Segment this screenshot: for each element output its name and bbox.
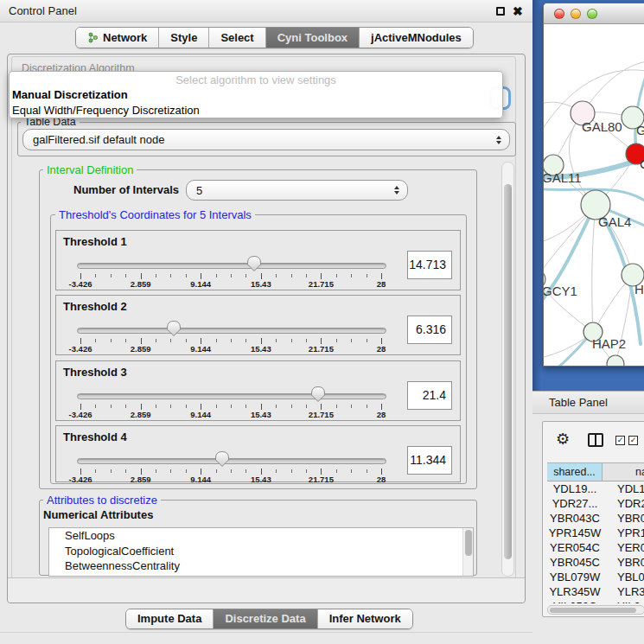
attribute-item-selfloops[interactable]: SelfLoops	[49, 528, 473, 544]
table-panel-body: ⚙ ✓ ✓ shared... na YDL19...YDL1YDR27...Y…	[532, 414, 644, 644]
tick-mark	[381, 273, 382, 279]
slider-track[interactable]	[77, 263, 386, 269]
cell-name[interactable]: YPR1	[603, 526, 644, 540]
slider-track[interactable]	[77, 458, 386, 464]
table-row[interactable]: YDL19...YDL1	[547, 481, 644, 496]
table-row[interactable]: YIL052CYIL0	[547, 599, 644, 603]
table-panel-titlebar: Table Panel	[532, 391, 644, 414]
tick-mark	[276, 469, 277, 473]
select-columns-icon[interactable]: ✓	[615, 436, 625, 445]
tab-select[interactable]: Select	[209, 28, 265, 48]
slider-thumb[interactable]	[246, 255, 262, 272]
tick-mark	[201, 273, 201, 279]
table-row[interactable]: YPR145WYPR1	[547, 526, 644, 540]
settings-gear-icon[interactable]: ⚙	[556, 431, 570, 447]
cell-name[interactable]: YBR0	[603, 511, 644, 526]
slider-thumb[interactable]	[166, 320, 182, 337]
cell-shared-name[interactable]: YPR145W	[547, 526, 603, 540]
split-view-icon[interactable]	[588, 433, 603, 447]
table-row[interactable]: YBL079WYBL0	[547, 570, 644, 584]
stepper-arrows-icon[interactable]	[394, 186, 399, 194]
cell-name[interactable]: YIL0	[603, 599, 644, 603]
select-columns-icon[interactable]: ✓	[628, 436, 638, 445]
cell-shared-name[interactable]: YBR043C	[547, 511, 603, 526]
cell-name[interactable]: YER0	[603, 540, 644, 555]
tick-mark	[306, 274, 307, 277]
tick-mark	[291, 469, 292, 473]
dropdown-option-manual-discretization[interactable]: Manual Discretization	[10, 87, 502, 103]
table-horizontal-scrollbar[interactable]	[547, 605, 644, 615]
threshold-value-field[interactable]: 6.316	[407, 316, 452, 344]
cell-shared-name[interactable]: YDL19...	[547, 481, 603, 496]
bottom-tab-bar: Impute DataDiscretize DataInfer Network	[125, 609, 413, 629]
close-icon[interactable]: ✖	[513, 3, 523, 19]
slider-track[interactable]	[77, 328, 386, 334]
cell-shared-name[interactable]: YLR345W	[547, 584, 603, 599]
threshold-value-field[interactable]: 21.4	[407, 381, 452, 410]
network-window-titlebar[interactable]	[544, 3, 644, 24]
table-data-combobox[interactable]: galFiltered.sif default node	[22, 129, 510, 150]
desktop-shadow	[532, 0, 541, 391]
minimize-traffic-icon[interactable]	[571, 9, 581, 19]
close-traffic-icon[interactable]	[554, 9, 564, 19]
cell-shared-name[interactable]: YER054C	[547, 540, 603, 555]
cell-name[interactable]: YBL0	[603, 570, 644, 584]
tick-mark	[156, 405, 156, 408]
column-header-name[interactable]: na	[603, 463, 644, 481]
attribute-item-topologicalcoefficient[interactable]: TopologicalCoefficient	[49, 544, 473, 559]
attribute-item-betweennesscentrality[interactable]: BetweennessCentrality	[49, 558, 473, 574]
slider-track[interactable]	[77, 393, 386, 399]
list-scrollbar-thumb[interactable]	[465, 530, 472, 556]
tick-mark	[125, 339, 126, 342]
cell-name[interactable]: YDL1	[603, 481, 644, 496]
network-edge[interactable]	[592, 205, 596, 332]
network-canvas[interactable]: GAL80GACGAL11GAL4GCY1HHAP2	[544, 24, 644, 367]
stepper-arrows-icon[interactable]	[496, 136, 501, 144]
tab-infer-network[interactable]: Infer Network	[318, 609, 412, 628]
slider-thumb[interactable]	[214, 450, 230, 468]
cell-shared-name[interactable]: YBL079W	[547, 570, 603, 584]
threshold-value-field[interactable]: 11.344	[407, 446, 452, 475]
cell-name[interactable]: YDR2	[603, 496, 644, 511]
tick-mark	[336, 469, 337, 473]
tab-impute-data[interactable]: Impute Data	[126, 609, 214, 628]
panel-scrollbar-thumb[interactable]	[504, 184, 512, 559]
tick-mark	[351, 274, 352, 277]
tick-mark	[216, 339, 217, 342]
list-scrollbar[interactable]	[462, 528, 473, 576]
table-row[interactable]: YDR27...YDR2	[547, 496, 644, 511]
table-row[interactable]: YLR345WYLR3	[547, 584, 644, 599]
number-of-intervals-combobox[interactable]: 5	[186, 180, 408, 201]
panel-scrollbar[interactable]	[501, 162, 514, 577]
threshold-value-field[interactable]: 14.713	[407, 251, 452, 279]
tab-style[interactable]: Style	[159, 28, 209, 48]
zoom-traffic-icon[interactable]	[587, 9, 597, 19]
numerical-attributes-label: Numerical Attributes	[43, 508, 153, 521]
numerical-attributes-list[interactable]: SelfLoopsTopologicalCoefficientBetweenne…	[48, 527, 474, 577]
tab-discretize-data[interactable]: Discretize Data	[214, 609, 317, 628]
tick-label: -3.426	[69, 410, 92, 419]
tick-mark	[201, 469, 201, 475]
cell-name[interactable]: YBR0	[603, 555, 644, 570]
column-header-shared-name[interactable]: shared...	[547, 463, 603, 481]
float-panel-icon[interactable]	[496, 7, 505, 16]
table-row[interactable]: YBR043CYBR0	[547, 511, 644, 526]
tick-mark	[291, 274, 292, 277]
tick-mark	[291, 405, 292, 408]
dropdown-option-equal-width-frequency-discretization[interactable]: Equal Width/Frequency Discretization	[10, 103, 502, 118]
cell-name[interactable]: YLR3	[603, 584, 644, 599]
tab-cyni-toolbox[interactable]: Cyni Toolbox	[266, 28, 360, 48]
slider-thumb[interactable]	[310, 386, 326, 403]
cell-shared-name[interactable]: YIL052C	[547, 599, 603, 603]
threshold-label: Threshold 1	[63, 235, 127, 248]
cell-shared-name[interactable]: YBR045C	[547, 555, 603, 570]
cell-shared-name[interactable]: YDR27...	[547, 496, 603, 511]
table-row[interactable]: YBR045CYBR0	[547, 555, 644, 570]
tab-network[interactable]: Network	[76, 28, 159, 48]
tab-jactivemnodules[interactable]: jActiveMNodules	[360, 28, 473, 48]
table-hscroll-thumb[interactable]	[550, 608, 636, 613]
tick-mark	[170, 469, 171, 473]
tick-mark	[351, 405, 352, 408]
table-row[interactable]: YER054CYER0	[547, 540, 644, 555]
tick-mark	[367, 274, 367, 277]
